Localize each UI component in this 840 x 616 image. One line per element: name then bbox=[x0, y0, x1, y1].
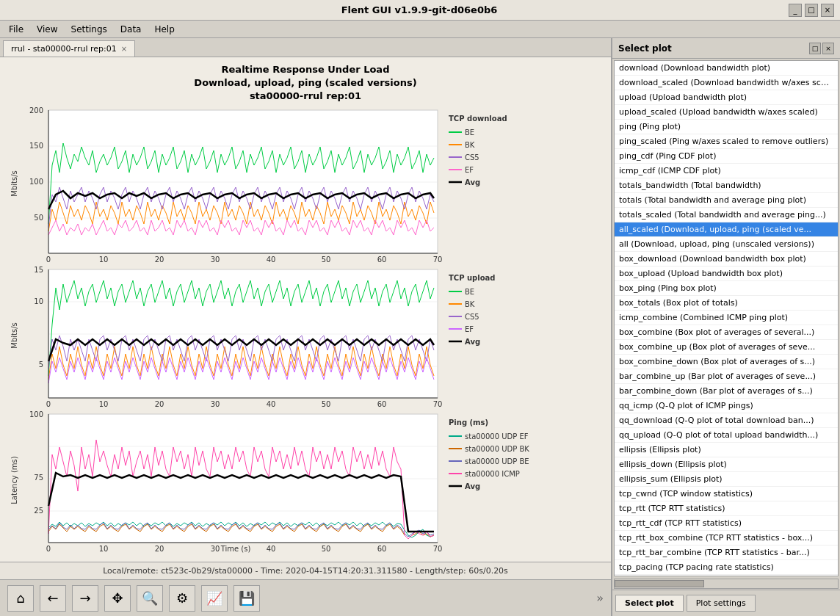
svg-text:100: 100 bbox=[29, 178, 43, 186]
svg-rect-0 bbox=[48, 110, 438, 253]
svg-text:sta00000 UDP EF: sta00000 UDP EF bbox=[465, 432, 529, 441]
svg-text:EF: EF bbox=[465, 325, 474, 333]
maximize-button[interactable]: □ bbox=[805, 4, 818, 17]
plot-list-item[interactable]: qq_download (Q-Q plot of total download … bbox=[615, 413, 838, 428]
back-button[interactable]: ← bbox=[40, 585, 66, 612]
right-panel-controls[interactable]: □ × bbox=[809, 43, 834, 54]
svg-text:20: 20 bbox=[155, 400, 164, 408]
scrollbar-thumb[interactable] bbox=[615, 580, 704, 587]
plot-list-item[interactable]: bar_combine_up (Bar plot of averages of … bbox=[615, 369, 838, 384]
save-button[interactable]: 💾 bbox=[233, 585, 260, 612]
plot-list-item[interactable]: totals (Total bandwidth and average ping… bbox=[615, 193, 838, 208]
plot-list-item[interactable]: box_combine_up (Box plot of averages of … bbox=[615, 340, 838, 355]
home-button[interactable]: ⌂ bbox=[7, 585, 34, 612]
plot-list-item[interactable]: ping_scaled (Ping w/axes scaled to remov… bbox=[615, 134, 838, 149]
svg-text:10: 10 bbox=[99, 256, 109, 264]
right-panel-footer: Select plot Plot settings bbox=[612, 590, 840, 616]
svg-text:15: 15 bbox=[34, 266, 43, 274]
tab-select-plot[interactable]: Select plot bbox=[615, 595, 684, 612]
svg-text:0: 0 bbox=[46, 256, 51, 264]
menu-data[interactable]: Data bbox=[115, 23, 148, 36]
status-bar: Local/remote: ct523c-0b29/sta00000 - Tim… bbox=[0, 562, 611, 579]
svg-text:BK: BK bbox=[465, 141, 475, 149]
svg-text:40: 40 bbox=[267, 545, 276, 553]
status-text: Local/remote: ct523c-0b29/sta00000 - Tim… bbox=[103, 566, 508, 576]
chart-title: Realtime Response Under Load Download, u… bbox=[194, 63, 416, 104]
svg-text:70: 70 bbox=[433, 400, 443, 408]
plot-list-item[interactable]: totals_scaled (Total bandwidth and avera… bbox=[615, 208, 838, 222]
plot-list-item[interactable]: qq_upload (Q-Q plot of total upload band… bbox=[615, 428, 838, 443]
forward-button[interactable]: → bbox=[72, 585, 98, 612]
svg-text:10: 10 bbox=[99, 545, 109, 553]
plot-list-item[interactable]: box_totals (Box plot of totals) bbox=[615, 296, 838, 311]
plot-list-item[interactable]: all (Download, upload, ping (unscaled ve… bbox=[615, 237, 838, 252]
settings-button[interactable]: ⚙ bbox=[169, 585, 195, 612]
plot-list-item[interactable]: box_download (Download bandwidth box plo… bbox=[615, 252, 838, 267]
svg-text:Avg: Avg bbox=[465, 482, 480, 490]
titlebar: Flent GUI v1.9.9-git-d06e0b6 _ □ × bbox=[0, 0, 840, 21]
menu-view[interactable]: View bbox=[31, 23, 63, 36]
svg-text:50: 50 bbox=[34, 214, 43, 222]
minimize-button[interactable]: _ bbox=[789, 4, 802, 17]
move-button[interactable]: ✥ bbox=[104, 585, 131, 612]
tab-label: rrul - sta00000-rrul rep:01 bbox=[11, 44, 117, 54]
svg-text:30: 30 bbox=[211, 545, 220, 553]
plot-list-item[interactable]: tcp_rtt (TCP RTT statistics) bbox=[615, 501, 838, 516]
plot-list-item[interactable]: upload (Upload bandwidth plot) bbox=[615, 90, 838, 105]
plot-list-item[interactable]: box_ping (Ping box plot) bbox=[615, 281, 838, 296]
horizontal-scrollbar[interactable] bbox=[614, 579, 839, 589]
svg-text:20: 20 bbox=[155, 545, 164, 553]
svg-text:50: 50 bbox=[322, 256, 331, 264]
plot-list-item[interactable]: tcp_rtt_box_combine (TCP RTT statistics … bbox=[615, 531, 838, 546]
plot-list-item[interactable]: tcp_rtt_bar_combine (TCP RTT statistics … bbox=[615, 546, 838, 560]
plot-list-item[interactable]: download (Download bandwidth plot) bbox=[615, 61, 838, 76]
plot-list-item[interactable]: ellipsis_down (Ellipsis plot) bbox=[615, 457, 838, 472]
menu-settings[interactable]: Settings bbox=[65, 23, 113, 36]
main-tab[interactable]: rrul - sta00000-rrul rep:01 × bbox=[3, 40, 135, 57]
zoom-button[interactable]: 🔍 bbox=[137, 585, 163, 612]
svg-text:0: 0 bbox=[46, 400, 51, 408]
right-panel-close[interactable]: × bbox=[822, 43, 834, 54]
svg-text:TCP upload: TCP upload bbox=[449, 274, 495, 282]
plot-list-item[interactable]: upload_scaled (Upload bandwidth w/axes s… bbox=[615, 105, 838, 120]
svg-text:Mbits/s: Mbits/s bbox=[10, 322, 18, 348]
window-controls[interactable]: _ □ × bbox=[789, 4, 834, 17]
svg-text:Ping (ms): Ping (ms) bbox=[449, 418, 488, 427]
ping-chart: 100 75 25 0 10 20 30 40 50 60 70 Latency… bbox=[7, 410, 604, 554]
plot-list-item[interactable]: qq_icmp (Q-Q plot of ICMP pings) bbox=[615, 399, 838, 413]
menu-file[interactable]: File bbox=[3, 23, 29, 36]
plot-list-item[interactable]: ping_cdf (Ping CDF plot) bbox=[615, 149, 838, 164]
tab-close-button[interactable]: × bbox=[121, 45, 127, 53]
plot-list-item[interactable]: tcp_cwnd (TCP window statistics) bbox=[615, 487, 838, 501]
svg-text:Mbits/s: Mbits/s bbox=[10, 170, 18, 196]
svg-text:sta00000 ICMP: sta00000 ICMP bbox=[465, 470, 520, 478]
plot-list-item[interactable]: icmp_combine (Combined ICMP ping plot) bbox=[615, 311, 838, 325]
plot-list-item[interactable]: box_combine (Box plot of averages of sev… bbox=[615, 325, 838, 340]
svg-text:20: 20 bbox=[155, 256, 164, 264]
plot-list-item[interactable]: all_scaled (Download, upload, ping (scal… bbox=[615, 222, 838, 237]
plot-list-item[interactable]: tcp_rtt_cdf (TCP RTT statistics) bbox=[615, 516, 838, 531]
main-content: rrul - sta00000-rrul rep:01 × Realtime R… bbox=[0, 38, 840, 616]
tab-plot-settings[interactable]: Plot settings bbox=[687, 595, 756, 612]
plot-list-item[interactable]: ping (Ping plot) bbox=[615, 120, 838, 134]
plot-list-item[interactable]: tcp_pacing (TCP pacing rate statistics) bbox=[615, 560, 838, 575]
right-panel-restore[interactable]: □ bbox=[809, 43, 821, 54]
plot-list-item[interactable]: bar_combine_down (Bar plot of averages o… bbox=[615, 384, 838, 399]
plot-list-item[interactable]: box_upload (Upload bandwidth box plot) bbox=[615, 267, 838, 281]
download-chart: 200 150 100 50 0 10 20 30 40 50 60 70 Mb… bbox=[7, 106, 604, 264]
plot-list-item[interactable]: box_combine_down (Box plot of averages o… bbox=[615, 355, 838, 369]
plot-list-item[interactable]: icmp_cdf (ICMP CDF plot) bbox=[615, 164, 838, 178]
close-button[interactable]: × bbox=[821, 4, 834, 17]
svg-text:sta00000 UDP BK: sta00000 UDP BK bbox=[465, 445, 529, 453]
plot-list-item[interactable]: ellipsis (Ellipsis plot) bbox=[615, 443, 838, 457]
svg-text:BE: BE bbox=[465, 288, 474, 296]
chart-button[interactable]: 📈 bbox=[201, 585, 228, 612]
expand-button[interactable]: » bbox=[596, 591, 604, 605]
plot-list-item[interactable]: download_scaled (Download bandwidth w/ax… bbox=[615, 76, 838, 90]
upload-chart: 15 10 5 0 10 20 30 40 50 60 70 Mbits/s bbox=[7, 266, 604, 409]
svg-text:10: 10 bbox=[34, 297, 43, 305]
plot-list-item[interactable]: totals_bandwidth (Total bandwidth) bbox=[615, 178, 838, 193]
menu-help[interactable]: Help bbox=[148, 23, 180, 36]
svg-text:100: 100 bbox=[29, 410, 43, 418]
plot-list-item[interactable]: ellipsis_sum (Ellipsis plot) bbox=[615, 472, 838, 487]
